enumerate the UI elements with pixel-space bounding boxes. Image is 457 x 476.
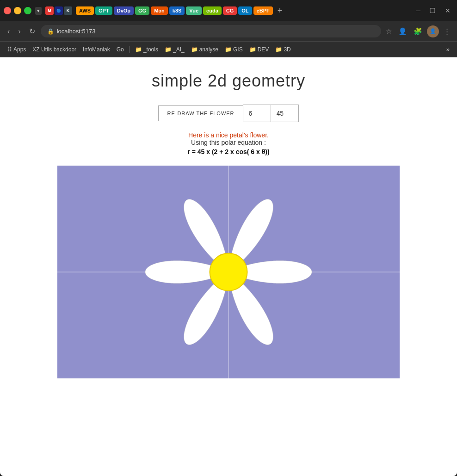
browser-window: ▾ M 🔵 K AWS GPT DvOp GG Mon k8S Vue cuda…: [0, 0, 457, 476]
tab-ebpf[interactable]: eBPF: [253, 6, 273, 15]
tab-dvop[interactable]: DvOp: [114, 6, 134, 15]
bookmark-xz[interactable]: XZ Utils backdoor: [30, 45, 79, 54]
favicon-gmail[interactable]: M: [45, 6, 54, 15]
folder-dev-label: DEV: [258, 46, 269, 53]
url-text: localhost:5173: [57, 28, 96, 35]
profile-icon-button[interactable]: 👤: [396, 25, 409, 37]
menu-button[interactable]: ⋮: [442, 25, 452, 37]
page-main: simple 2d geometry RE-DRAW THE FLOWER He…: [0, 57, 457, 392]
redraw-button[interactable]: RE-DRAW THE FLOWER: [158, 105, 243, 121]
bookmark-go[interactable]: Go: [114, 45, 127, 54]
bookmark-folder-analyse[interactable]: 📁 analyse: [188, 45, 221, 54]
folder-icon: 📁: [191, 46, 198, 53]
page-title: simple 2d geometry: [152, 71, 305, 91]
folder-icon: 📁: [135, 46, 142, 53]
avatar-button[interactable]: 👤: [427, 25, 439, 37]
tab-cg[interactable]: CG: [223, 6, 237, 15]
minimize-button[interactable]: [14, 7, 21, 14]
favicon-other[interactable]: 🔵: [55, 6, 63, 15]
scale-input[interactable]: [271, 105, 299, 122]
folder-ai-label: _AI_: [173, 46, 185, 53]
lock-icon: 🔒: [47, 28, 54, 35]
tab-aws[interactable]: AWS: [76, 6, 94, 15]
extension-button[interactable]: 🧩: [412, 25, 424, 37]
bookmark-folder-dev[interactable]: 📁 DEV: [247, 45, 272, 54]
maximize-button[interactable]: [24, 7, 31, 14]
folder-3d-label: 3D: [284, 46, 290, 53]
back-button[interactable]: ‹: [5, 25, 12, 37]
tab-mon[interactable]: Mon: [151, 6, 168, 15]
favicon-group: M 🔵 K: [45, 6, 72, 15]
bookmarks-more-button[interactable]: »: [444, 45, 452, 54]
folder-icon: 📁: [249, 46, 256, 53]
folder-tools-label: _tools: [143, 46, 158, 53]
formula-text: r = 45 x (2 + 2 x cos( 6 x θ)): [187, 148, 269, 155]
bookmark-infomaniak[interactable]: InfoManiak: [80, 45, 113, 54]
description-block: Here is a nice petal's flower. Using thi…: [187, 131, 269, 155]
forward-button[interactable]: ›: [15, 25, 23, 37]
bookmark-folder-ai[interactable]: 📁 _AI_: [162, 45, 187, 54]
new-tab-button[interactable]: +: [275, 6, 285, 16]
bookmark-folder-3d[interactable]: 📁 3D: [272, 45, 293, 54]
close-button[interactable]: [4, 7, 11, 14]
reload-button[interactable]: ↻: [26, 25, 38, 37]
address-bar: ‹ › ↻ 🔒 localhost:5173 ☆ 👤 🧩 👤 ⋮: [0, 21, 457, 42]
tab-dropdown-button[interactable]: ▾: [35, 7, 42, 15]
bookmark-apps[interactable]: ⠿ Apps: [5, 44, 29, 55]
folder-icon: 📁: [275, 46, 282, 53]
folder-gis-label: GIS: [233, 46, 243, 53]
badge-tabs: AWS GPT DvOp GG Mon k8S Vue cuda CG OL e…: [76, 6, 273, 15]
bookmark-folder-gis[interactable]: 📁 GIS: [222, 45, 246, 54]
desc-line2: Using this polar equation :: [187, 139, 269, 146]
bookmarks-bar: ⠿ Apps XZ Utils backdoor InfoManiak Go |…: [0, 42, 457, 57]
bookmark-star-button[interactable]: ☆: [384, 25, 394, 37]
flower-canvas: [57, 166, 400, 378]
address-actions: ☆ 👤 🧩 👤 ⋮: [384, 25, 452, 37]
petals-input[interactable]: [243, 105, 271, 122]
window-controls: [4, 7, 31, 14]
canvas-container: [57, 166, 400, 378]
bookmark-folder-tools[interactable]: 📁 _tools: [132, 45, 161, 54]
tab-gg[interactable]: GG: [135, 6, 149, 15]
tab-k8s[interactable]: k8S: [169, 6, 185, 15]
tab-cuda[interactable]: cuda: [203, 6, 222, 15]
tab-vue[interactable]: Vue: [186, 6, 202, 15]
favicon-k[interactable]: K: [64, 6, 72, 15]
tab-ol[interactable]: OL: [238, 6, 252, 15]
desc-line1: Here is a nice petal's flower.: [187, 131, 269, 139]
browser-content: simple 2d geometry RE-DRAW THE FLOWER He…: [0, 57, 457, 476]
window-close-btn[interactable]: ✕: [442, 6, 453, 15]
tab-gpt[interactable]: GPT: [95, 6, 112, 15]
folder-analyse-label: analyse: [199, 46, 218, 53]
bookmark-apps-label: Apps: [13, 46, 26, 53]
window-minimize-btn[interactable]: ─: [413, 6, 423, 15]
url-bar[interactable]: 🔒 localhost:5173: [41, 25, 381, 37]
folder-icon: 📁: [165, 46, 172, 53]
tab-bar: ▾ M 🔵 K AWS GPT DvOp GG Mon k8S Vue cuda…: [0, 0, 457, 21]
window-restore-btn[interactable]: ❐: [427, 6, 438, 15]
controls-row: RE-DRAW THE FLOWER: [158, 105, 298, 122]
apps-grid-icon: ⠿: [7, 46, 12, 53]
bookmark-separator: |: [129, 45, 130, 54]
window-buttons: ─ ❐ ✕: [413, 6, 453, 15]
folder-icon: 📁: [225, 46, 232, 53]
